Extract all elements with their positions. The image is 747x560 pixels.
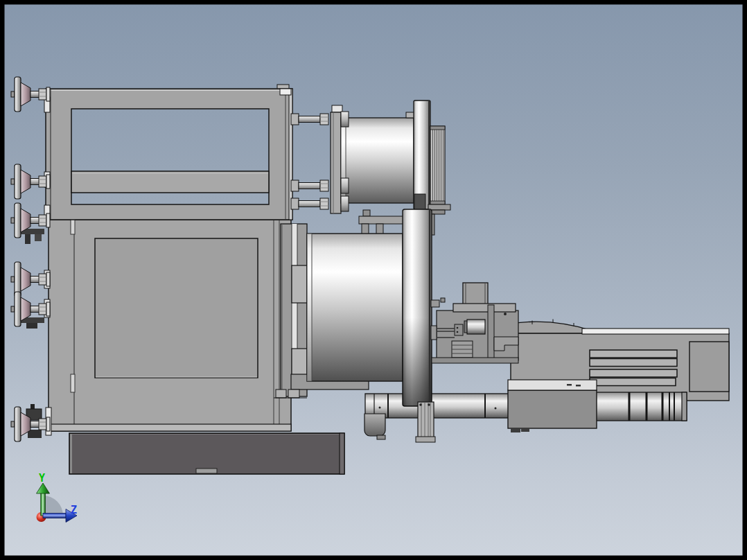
support-leg[interactable] (416, 402, 435, 442)
drive-shaft[interactable] (365, 394, 513, 418)
door-window-recess[interactable] (95, 238, 258, 378)
z-axis-label: Z (71, 504, 77, 516)
shaft-foot (364, 414, 385, 439)
upper-frame-panel[interactable] (46, 85, 292, 220)
front-flange-disc[interactable] (403, 209, 432, 406)
upper-flange-disc[interactable] (414, 100, 430, 212)
flange-plate (331, 112, 341, 213)
motor-mount-block[interactable] (508, 380, 597, 432)
lower-door-panel[interactable] (49, 219, 291, 431)
housing-side-panel (689, 342, 729, 392)
base-plate[interactable] (69, 433, 344, 474)
frame-cross-member (71, 171, 269, 193)
cad-3d-viewport[interactable]: Y Z (0, 0, 747, 560)
y-axis-label: Y (39, 472, 45, 484)
ribbed-coupling[interactable] (595, 392, 687, 421)
lower-drum-cylinder[interactable] (307, 234, 403, 381)
cad-viewer-window: Y Z (0, 0, 747, 560)
upper-drum-cylinder[interactable] (341, 112, 414, 211)
